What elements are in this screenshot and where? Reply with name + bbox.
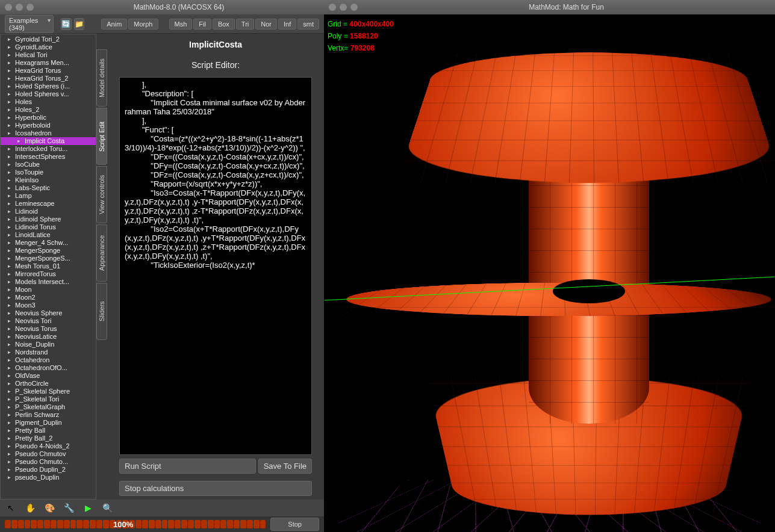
tri-button[interactable]: Tri [236, 19, 254, 29]
tree-item[interactable]: Hexagrams Men... [1, 59, 96, 67]
tree-item[interactable]: Pseudo Chmutov [1, 450, 96, 458]
tree-item[interactable]: KleinIso [1, 176, 96, 184]
tree-item[interactable]: P_Skeletal Tori [1, 395, 96, 403]
tree-item[interactable]: Moon2 [1, 294, 96, 302]
traffic-lights[interactable] [5, 4, 34, 11]
anim-button[interactable]: Anim [101, 19, 127, 29]
tree-item[interactable]: Moon [1, 286, 96, 294]
bottom-toolbar: ↖ ✋ 🎨 🔧 ▶ 🔍 [0, 500, 324, 516]
msh-button[interactable]: Msh [169, 19, 193, 29]
tree-item[interactable]: OldVase [1, 372, 96, 380]
tree-item[interactable]: LinoidLatice [1, 231, 96, 239]
progress-bar [5, 519, 266, 530]
run-script-button[interactable]: Run Script [119, 459, 256, 474]
tree-item[interactable]: MengerSponge [1, 247, 96, 255]
tree-item[interactable]: Icosahedron [1, 129, 96, 137]
tree-item[interactable]: Nordstrand [1, 348, 96, 356]
tree-item[interactable]: HexaGrid Torus [1, 67, 96, 75]
mathmod-main-window: MathMod-8.0 (MACOSX 64) Examples (349) 🔄… [0, 0, 324, 532]
tree-item[interactable]: Pretty Ball_2 [1, 435, 96, 442]
tree-item[interactable]: Holed Spheres (i... [1, 82, 96, 90]
tree-item[interactable]: Pretty Ball [1, 427, 96, 435]
smt-button[interactable]: smt [297, 19, 319, 29]
tree-item[interactable]: Neovius Sphere [1, 309, 96, 317]
tree-item[interactable]: Mesh Torus_01 [1, 262, 96, 270]
tree-item[interactable]: Holes [1, 98, 96, 106]
model-title: ImplicitCosta [107, 34, 324, 55]
tree-item[interactable]: MirroredTorus [1, 270, 96, 278]
traffic-lights[interactable] [329, 4, 358, 11]
vtab-view-controls[interactable]: View controls [96, 166, 107, 223]
tree-item[interactable]: Pseudo 4-Noids_2 [1, 442, 96, 450]
tree-item[interactable]: Models Intersect... [1, 278, 96, 286]
tree-item[interactable]: OrthoCircle [1, 380, 96, 388]
tree-item[interactable]: OctahedronOfO... [1, 364, 96, 372]
top-toolbar: Examples (349) 🔄 📁 Anim Morph Msh Fil Bo… [0, 14, 324, 34]
box-button[interactable]: Box [213, 19, 235, 29]
3d-viewport[interactable]: Grid = 400x400x400 Poly = 1588120 Vertx=… [324, 14, 775, 532]
tree-item[interactable]: P_SkeletalGraph [1, 403, 96, 411]
tree-item[interactable]: Leminescape [1, 200, 96, 208]
nor-button[interactable]: Nor [255, 19, 277, 29]
play-icon[interactable]: ▶ [82, 502, 94, 514]
tree-item[interactable]: Holed Spheres v... [1, 90, 96, 98]
body-left: Gyroidal Tori_2GyroidLaticeHelical ToriH… [0, 34, 324, 500]
script-editor[interactable] [119, 77, 312, 455]
progress-row: 100% Stop [0, 516, 324, 532]
tree-item[interactable]: Pseudo Chmuto... [1, 458, 96, 466]
save-to-file-button[interactable]: Save To File [258, 459, 312, 474]
tree-item[interactable]: P_Skeletal Sphere [1, 388, 96, 395]
tree-item[interactable]: Lidinoid [1, 208, 96, 215]
stop-calc-button[interactable]: Stop calculations [119, 481, 312, 496]
tree-item[interactable]: GyroidLatice [1, 43, 96, 51]
tree-item[interactable]: pseudo_Duplin [1, 474, 96, 481]
tree-item[interactable]: Lamp [1, 192, 96, 200]
progress-percent: 100% [113, 520, 133, 529]
tree-item[interactable]: HexaGrid Torus_2 [1, 75, 96, 82]
tree-item[interactable]: IntersectSpheres [1, 153, 96, 161]
tree-item[interactable]: Lidinoid Sphere [1, 215, 96, 223]
cursor-icon[interactable]: ↖ [5, 502, 17, 514]
vtab-model-details[interactable]: Model details [96, 49, 107, 107]
tree-item[interactable]: Implicit Costa [1, 137, 96, 145]
zoom-icon[interactable]: 🔍 [101, 502, 113, 514]
tree-item[interactable]: Menger_4 Schw... [1, 239, 96, 247]
fil-button[interactable]: Fil [193, 19, 211, 29]
vtab-sliders[interactable]: Sliders [96, 283, 107, 340]
tree-item[interactable]: Holes_2 [1, 106, 96, 114]
tree-item[interactable]: IsoCube [1, 161, 96, 169]
tree-item[interactable]: Hyperbolic [1, 114, 96, 122]
tree-item[interactable]: IsoToupie [1, 169, 96, 176]
tree-item[interactable]: Interlocked Toru... [1, 145, 96, 153]
examples-tree[interactable]: Gyroidal Tori_2GyroidLaticeHelical ToriH… [0, 34, 96, 500]
tree-item[interactable]: MengerSpongeS... [1, 255, 96, 262]
folder-icon[interactable]: 📁 [74, 18, 85, 30]
titlebar-right[interactable]: MathMod: Math for Fun [324, 0, 775, 14]
tree-item[interactable]: Lidinoid Torus [1, 223, 96, 231]
vtab-script-edit[interactable]: Script Edit [96, 108, 107, 165]
tree-item[interactable]: NeoviusLatice [1, 333, 96, 341]
tree-item[interactable]: Neovius Tori [1, 317, 96, 325]
tree-item[interactable]: Noise_Duplin [1, 341, 96, 348]
tree-item[interactable]: Neovius Torus [1, 325, 96, 333]
wrench-icon[interactable]: 🔧 [63, 502, 75, 514]
inf-button[interactable]: Inf [278, 19, 296, 29]
hand-icon[interactable]: ✋ [24, 502, 36, 514]
tree-item[interactable]: Helical Tori [1, 51, 96, 59]
tree-item[interactable]: Gyroidal Tori_2 [1, 36, 96, 43]
progress-stop-button[interactable]: Stop [270, 518, 319, 531]
tree-item[interactable]: Pseudo Duplin_2 [1, 466, 96, 474]
tree-item[interactable]: Octahedron [1, 356, 96, 364]
refresh-icon[interactable]: 🔄 [61, 18, 72, 30]
tree-item[interactable]: Hyperboloid [1, 122, 96, 129]
tree-item[interactable]: Perlin Schwarz [1, 411, 96, 419]
tree-pane: Gyroidal Tori_2GyroidLaticeHelical ToriH… [0, 34, 96, 500]
tree-item[interactable]: Moon3 [1, 302, 96, 309]
tree-item[interactable]: Pigment_Duplin [1, 419, 96, 427]
paint-icon[interactable]: 🎨 [43, 502, 55, 514]
tree-item[interactable]: Labs-Septic [1, 184, 96, 192]
morph-button[interactable]: Morph [128, 19, 158, 29]
titlebar-left[interactable]: MathMod-8.0 (MACOSX 64) [0, 0, 324, 14]
vtab-appearance[interactable]: Appearance [96, 224, 107, 282]
examples-combo[interactable]: Examples (349) [5, 15, 54, 33]
